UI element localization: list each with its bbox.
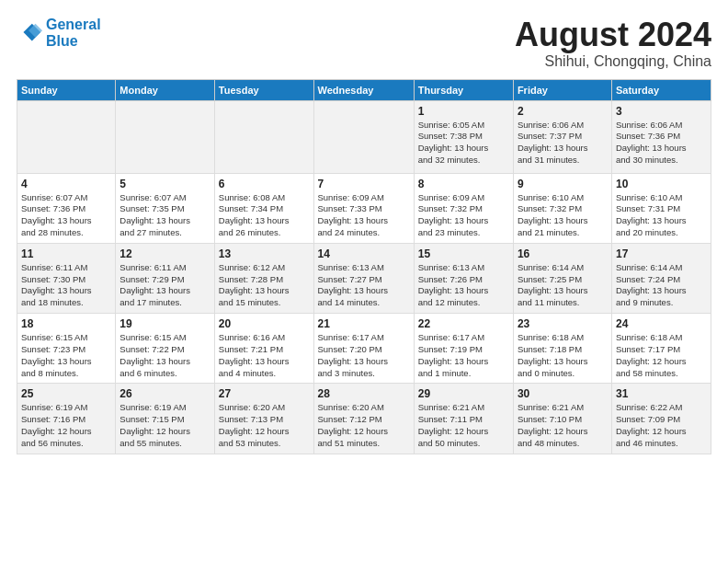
calendar-cell: 2Sunrise: 6:06 AMSunset: 7:37 PMDaylight… — [513, 100, 611, 173]
day-info: Sunrise: 6:15 AMSunset: 7:22 PMDaylight:… — [119, 332, 210, 379]
day-number: 19 — [119, 317, 210, 330]
calendar-cell: 25Sunrise: 6:19 AMSunset: 7:16 PMDayligh… — [17, 384, 116, 454]
day-info: Sunrise: 6:13 AMSunset: 7:27 PMDaylight:… — [318, 262, 410, 309]
col-monday: Monday — [116, 79, 214, 100]
day-info: Sunrise: 6:09 AMSunset: 7:33 PMDaylight:… — [318, 192, 410, 239]
day-number: 17 — [616, 247, 707, 260]
day-number: 15 — [418, 247, 509, 260]
day-info: Sunrise: 6:21 AMSunset: 7:11 PMDaylight:… — [418, 402, 509, 449]
day-number: 11 — [21, 247, 111, 260]
day-info: Sunrise: 6:11 AMSunset: 7:29 PMDaylight:… — [119, 262, 210, 309]
calendar-cell — [214, 100, 313, 173]
day-number: 10 — [616, 178, 707, 190]
calendar-cell: 17Sunrise: 6:14 AMSunset: 7:24 PMDayligh… — [611, 243, 711, 313]
calendar-cell — [17, 100, 116, 173]
day-number: 13 — [219, 247, 310, 260]
calendar-cell: 6Sunrise: 6:08 AMSunset: 7:34 PMDaylight… — [214, 173, 313, 243]
logo: General Blue — [17, 17, 101, 49]
main-title: August 2024 — [515, 17, 711, 53]
col-sunday: Sunday — [17, 79, 116, 100]
day-info: Sunrise: 6:12 AMSunset: 7:28 PMDaylight:… — [219, 262, 310, 309]
day-info: Sunrise: 6:07 AMSunset: 7:36 PMDaylight:… — [21, 192, 111, 239]
calendar-cell: 20Sunrise: 6:16 AMSunset: 7:21 PMDayligh… — [214, 314, 313, 384]
day-number: 31 — [616, 387, 707, 400]
logo-text: General Blue — [46, 17, 101, 49]
day-number: 2 — [518, 105, 608, 118]
day-number: 1 — [418, 105, 509, 118]
calendar-cell: 7Sunrise: 6:09 AMSunset: 7:33 PMDaylight… — [313, 173, 414, 243]
day-info: Sunrise: 6:14 AMSunset: 7:24 PMDaylight:… — [616, 262, 707, 309]
col-thursday: Thursday — [414, 79, 513, 100]
calendar-header: Sunday Monday Tuesday Wednesday Thursday… — [17, 79, 711, 100]
calendar-cell: 4Sunrise: 6:07 AMSunset: 7:36 PMDaylight… — [17, 173, 116, 243]
calendar-cell: 12Sunrise: 6:11 AMSunset: 7:29 PMDayligh… — [116, 243, 214, 313]
calendar-cell: 26Sunrise: 6:19 AMSunset: 7:15 PMDayligh… — [116, 384, 214, 454]
col-saturday: Saturday — [611, 79, 711, 100]
day-info: Sunrise: 6:06 AMSunset: 7:37 PMDaylight:… — [518, 120, 608, 167]
page: General Blue August 2024 Shihui, Chongqi… — [0, 0, 728, 563]
subtitle: Shihui, Chongqing, China — [515, 53, 711, 70]
day-info: Sunrise: 6:19 AMSunset: 7:15 PMDaylight:… — [119, 402, 210, 449]
day-number: 24 — [616, 317, 707, 330]
header-row: Sunday Monday Tuesday Wednesday Thursday… — [17, 79, 711, 100]
day-number: 5 — [119, 178, 210, 190]
day-number: 30 — [518, 387, 608, 400]
calendar-cell: 27Sunrise: 6:20 AMSunset: 7:13 PMDayligh… — [214, 384, 313, 454]
calendar-cell: 23Sunrise: 6:18 AMSunset: 7:18 PMDayligh… — [513, 314, 611, 384]
day-info: Sunrise: 6:08 AMSunset: 7:34 PMDaylight:… — [219, 192, 310, 239]
day-number: 3 — [616, 105, 707, 118]
calendar-cell: 15Sunrise: 6:13 AMSunset: 7:26 PMDayligh… — [414, 243, 513, 313]
title-block: August 2024 Shihui, Chongqing, China — [515, 17, 711, 70]
calendar-cell: 5Sunrise: 6:07 AMSunset: 7:35 PMDaylight… — [116, 173, 214, 243]
day-info: Sunrise: 6:20 AMSunset: 7:12 PMDaylight:… — [318, 402, 410, 449]
calendar-week-4: 18Sunrise: 6:15 AMSunset: 7:23 PMDayligh… — [17, 314, 711, 384]
calendar-cell: 29Sunrise: 6:21 AMSunset: 7:11 PMDayligh… — [414, 384, 513, 454]
calendar-cell: 21Sunrise: 6:17 AMSunset: 7:20 PMDayligh… — [313, 314, 414, 384]
day-number: 8 — [418, 178, 509, 190]
day-number: 16 — [518, 247, 608, 260]
day-info: Sunrise: 6:05 AMSunset: 7:38 PMDaylight:… — [418, 120, 509, 167]
day-info: Sunrise: 6:21 AMSunset: 7:10 PMDaylight:… — [518, 402, 608, 449]
day-info: Sunrise: 6:14 AMSunset: 7:25 PMDaylight:… — [518, 262, 608, 309]
calendar-cell: 13Sunrise: 6:12 AMSunset: 7:28 PMDayligh… — [214, 243, 313, 313]
day-number: 29 — [418, 387, 509, 400]
day-info: Sunrise: 6:09 AMSunset: 7:32 PMDaylight:… — [418, 192, 509, 239]
day-info: Sunrise: 6:18 AMSunset: 7:18 PMDaylight:… — [518, 332, 608, 379]
calendar-cell: 30Sunrise: 6:21 AMSunset: 7:10 PMDayligh… — [513, 384, 611, 454]
day-info: Sunrise: 6:15 AMSunset: 7:23 PMDaylight:… — [21, 332, 111, 379]
day-info: Sunrise: 6:07 AMSunset: 7:35 PMDaylight:… — [119, 192, 210, 239]
calendar-cell: 16Sunrise: 6:14 AMSunset: 7:25 PMDayligh… — [513, 243, 611, 313]
calendar-week-3: 11Sunrise: 6:11 AMSunset: 7:30 PMDayligh… — [17, 243, 711, 313]
day-info: Sunrise: 6:10 AMSunset: 7:32 PMDaylight:… — [518, 192, 608, 239]
day-number: 14 — [318, 247, 410, 260]
day-number: 27 — [219, 387, 310, 400]
day-info: Sunrise: 6:16 AMSunset: 7:21 PMDaylight:… — [219, 332, 310, 379]
calendar-cell: 19Sunrise: 6:15 AMSunset: 7:22 PMDayligh… — [116, 314, 214, 384]
day-number: 20 — [219, 317, 310, 330]
day-number: 22 — [418, 317, 509, 330]
day-info: Sunrise: 6:13 AMSunset: 7:26 PMDaylight:… — [418, 262, 509, 309]
day-info: Sunrise: 6:18 AMSunset: 7:17 PMDaylight:… — [616, 332, 707, 379]
calendar-cell — [313, 100, 414, 173]
day-number: 6 — [219, 178, 310, 190]
col-tuesday: Tuesday — [214, 79, 313, 100]
logo-blue: Blue — [46, 33, 78, 49]
day-info: Sunrise: 6:19 AMSunset: 7:16 PMDaylight:… — [21, 402, 111, 449]
calendar-cell: 28Sunrise: 6:20 AMSunset: 7:12 PMDayligh… — [313, 384, 414, 454]
day-info: Sunrise: 6:10 AMSunset: 7:31 PMDaylight:… — [616, 192, 707, 239]
day-number: 7 — [318, 178, 410, 190]
calendar-cell: 9Sunrise: 6:10 AMSunset: 7:32 PMDaylight… — [513, 173, 611, 243]
logo-general: General — [46, 17, 101, 32]
day-number: 9 — [518, 178, 608, 190]
calendar-week-1: 1Sunrise: 6:05 AMSunset: 7:38 PMDaylight… — [17, 100, 711, 173]
day-info: Sunrise: 6:11 AMSunset: 7:30 PMDaylight:… — [21, 262, 111, 309]
day-number: 4 — [21, 178, 111, 190]
calendar-week-5: 25Sunrise: 6:19 AMSunset: 7:16 PMDayligh… — [17, 384, 711, 454]
calendar-cell: 8Sunrise: 6:09 AMSunset: 7:32 PMDaylight… — [414, 173, 513, 243]
calendar-cell: 10Sunrise: 6:10 AMSunset: 7:31 PMDayligh… — [611, 173, 711, 243]
calendar-cell — [116, 100, 214, 173]
day-info: Sunrise: 6:20 AMSunset: 7:13 PMDaylight:… — [219, 402, 310, 449]
calendar-cell: 24Sunrise: 6:18 AMSunset: 7:17 PMDayligh… — [611, 314, 711, 384]
header: General Blue August 2024 Shihui, Chongqi… — [17, 17, 711, 70]
day-number: 23 — [518, 317, 608, 330]
